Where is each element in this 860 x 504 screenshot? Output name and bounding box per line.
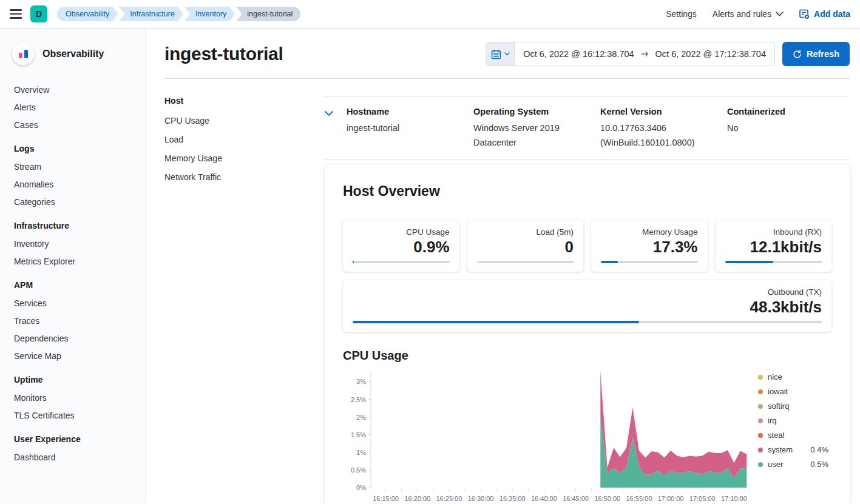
sidebar-item-categories[interactable]: Categories: [14, 198, 140, 207]
observability-logo-icon: [12, 43, 34, 65]
metric-gauge-track: [601, 261, 698, 263]
x-tick-label: 16:20:00: [404, 495, 430, 502]
metadata-label: Kernel Version: [600, 107, 720, 116]
metadata-operating-system: Operating SystemWindows Server 2019 Data…: [473, 107, 600, 150]
sidebar-item-cases[interactable]: Cases: [14, 121, 140, 130]
start-date[interactable]: Oct 6, 2022 @ 16:12:38.704: [523, 49, 634, 59]
chart-legend: niceiowaitsoftirqirqstealsystem0.4%user0…: [752, 368, 831, 469]
subnav-item-memory-usage[interactable]: Memory Usage: [164, 153, 325, 163]
subnav-items: CPU UsageLoadMemory UsageNetwork Traffic: [164, 116, 325, 182]
metric-gauge-fill: [353, 261, 354, 263]
metadata-containerized: ContainerizedNo: [727, 107, 850, 150]
breadcrumb-infrastructure[interactable]: Infrastructure: [119, 7, 183, 21]
sidebar-item-traces[interactable]: Traces: [14, 317, 140, 326]
metric-gauge-fill: [353, 321, 639, 323]
area-user: [600, 415, 747, 488]
y-tick-label: 0.5%: [351, 466, 366, 474]
menu-icon[interactable]: [10, 9, 22, 19]
sidebar-title: Observability: [42, 49, 104, 59]
sidebar-group-logs: LogsStreamAnomaliesCategories: [14, 144, 140, 207]
legend-label: nice: [768, 372, 782, 381]
sidebar-group: OverviewAlertsCases: [14, 86, 140, 130]
sidebar-item-monitors[interactable]: Monitors: [14, 394, 140, 403]
legend-label: iowait: [768, 387, 788, 396]
add-data-button[interactable]: Add data: [799, 9, 850, 19]
metadata-label: Operating System: [473, 107, 593, 116]
y-tick-label: 2%: [356, 414, 366, 421]
legend-item-system[interactable]: system0.4%: [758, 445, 831, 454]
metric-tile-inbound-rx: Inbound (RX)12.1kbit/s: [716, 220, 832, 272]
subnav-item-network-traffic[interactable]: Network Traffic: [164, 172, 325, 182]
sidebar-heading-uptime: Uptime: [14, 375, 140, 385]
host-overview-title: Host Overview: [343, 183, 831, 200]
metadata-value: 10.0.17763.3406 (WinBuild.160101.0800): [600, 121, 708, 150]
arrow-right-icon: [641, 51, 649, 57]
metric-tiles: CPU Usage0.9%Load (5m)0Memory Usage17.3%…: [343, 220, 831, 272]
calendar-icon: [491, 49, 501, 59]
legend-value: 0.5%: [810, 460, 831, 469]
sidebar-item-overview[interactable]: Overview: [14, 86, 140, 95]
sidebar-item-tls-certificates[interactable]: TLS Certificates: [14, 411, 140, 420]
metric-gauge-fill: [725, 261, 774, 263]
metric-tile-memory-usage: Memory Usage17.3%: [591, 220, 708, 272]
cpu-usage-chart[interactable]: 0%0.5%1%1.5%2%2.5%3%16:15:0016:20:0016:2…: [343, 368, 752, 503]
legend-item-steal[interactable]: steal: [758, 431, 831, 440]
metric-tile-cpu-usage: CPU Usage0.9%: [343, 220, 459, 272]
deployment-badge[interactable]: D: [30, 5, 47, 22]
x-tick-label: 16:50:00: [594, 495, 620, 502]
breadcrumb-inventory[interactable]: Inventory: [185, 7, 235, 21]
alerts-and-rules-label: Alerts and rules: [713, 9, 771, 19]
host-metadata: Hostnameingest-tutorialOperating SystemW…: [325, 96, 850, 160]
top-navigation-bar: D ObservabilityInfrastructureInventoryin…: [0, 0, 860, 29]
metadata-label: Hostname: [347, 107, 466, 116]
collapse-metadata-button[interactable]: [325, 107, 347, 150]
sidebar: Observability OverviewAlertsCasesLogsStr…: [0, 29, 146, 503]
legend-item-iowait[interactable]: iowait: [758, 387, 831, 396]
end-date[interactable]: Oct 6, 2022 @ 17:12:38.704: [655, 49, 766, 59]
legend-label: system: [768, 445, 793, 454]
alerts-and-rules-menu[interactable]: Alerts and rules: [713, 9, 784, 19]
sidebar-item-service-map[interactable]: Service Map: [14, 352, 140, 361]
metric-gauge-track: [725, 261, 822, 263]
time-controls: Oct 6, 2022 @ 16:12:38.704 Oct 6, 2022 @…: [486, 42, 850, 66]
sidebar-group-user-experience: User ExperienceDashboard: [14, 434, 140, 462]
sidebar-heading-infrastructure: Infrastructure: [14, 221, 140, 230]
quick-select-menu-button[interactable]: [486, 42, 515, 66]
legend-item-softirq[interactable]: softirq: [758, 402, 831, 411]
sidebar-item-dashboard[interactable]: Dashboard: [14, 453, 140, 462]
main-content: ingest-tutorial: [146, 29, 860, 503]
metric-value: 12.1kbit/s: [725, 238, 822, 256]
metric-label: Memory Usage: [601, 227, 698, 237]
sidebar-nav: OverviewAlertsCasesLogsStreamAnomaliesCa…: [0, 65, 145, 462]
sidebar-item-alerts[interactable]: Alerts: [14, 103, 140, 112]
metric-label: Load (5m): [477, 227, 574, 237]
breadcrumb: ObservabilityInfrastructureInventoryinge…: [57, 7, 300, 21]
topbar-actions: Settings Alerts and rules Add data: [666, 9, 850, 19]
legend-dot: [758, 375, 763, 380]
sidebar-item-dependencies[interactable]: Dependencies: [14, 334, 140, 343]
sidebar-item-anomalies[interactable]: Anomalies: [14, 180, 140, 189]
chevron-down-icon: [325, 111, 333, 116]
legend-item-irq[interactable]: irq: [758, 416, 831, 425]
metric-gauge-track: [353, 321, 822, 323]
x-tick-label: 17:10:00: [721, 495, 747, 502]
x-tick-label: 16:45:00: [563, 495, 589, 502]
breadcrumb-observability[interactable]: Observability: [57, 7, 118, 21]
settings-link[interactable]: Settings: [666, 9, 697, 19]
metadata-value: Windows Server 2019 Datacenter: [473, 121, 581, 150]
sidebar-item-metrics-explorer[interactable]: Metrics Explorer: [14, 257, 140, 266]
refresh-button[interactable]: Refresh: [782, 42, 850, 66]
legend-item-nice[interactable]: nice: [758, 372, 831, 381]
legend-item-user[interactable]: user0.5%: [758, 460, 831, 469]
sidebar-group-infrastructure: InfrastructureInventoryMetrics Explorer: [14, 221, 140, 266]
add-data-label: Add data: [814, 9, 850, 19]
sidebar-item-inventory[interactable]: Inventory: [14, 240, 140, 249]
metric-value: 0: [477, 238, 574, 256]
legend-dot: [758, 433, 763, 438]
sidebar-item-stream[interactable]: Stream: [14, 163, 140, 172]
sidebar-item-services[interactable]: Services: [14, 299, 140, 308]
legend-dot: [758, 418, 763, 423]
subnav-item-load[interactable]: Load: [164, 135, 325, 144]
subnav-item-cpu-usage[interactable]: CPU Usage: [164, 116, 325, 126]
legend-label: steal: [768, 431, 784, 440]
